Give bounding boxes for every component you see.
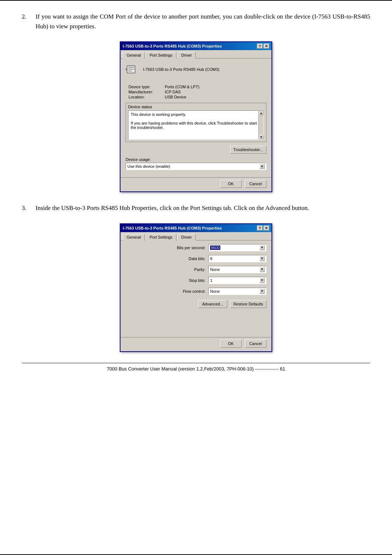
- step2-text: If you want to assign the COM Port of th…: [36, 12, 370, 31]
- dialog2-tab-driver[interactable]: Driver: [177, 234, 196, 240]
- flow-control-value: None: [210, 289, 220, 293]
- bits-per-second-value: 9600: [210, 246, 220, 250]
- flow-control-arrow[interactable]: ▼: [260, 289, 265, 294]
- data-bits-arrow[interactable]: ▼: [260, 256, 265, 261]
- step2-number: 2.: [22, 12, 32, 31]
- step3-text: Inside the USB-to-3 Ports RS485 Hub Prop…: [36, 203, 309, 213]
- dialog1-device-usage-label: Device usage:: [126, 157, 266, 162]
- svg-rect-2: [128, 69, 134, 70]
- step3-number: 3.: [22, 203, 32, 213]
- dialog1-footer: OK Cancel: [121, 177, 271, 191]
- dialog2: I-7563 USB-to-3 Ports RS485 Hub (COM3) P…: [120, 223, 272, 352]
- svg-rect-3: [128, 70, 132, 72]
- dialog1-location-label: Location:: [128, 95, 165, 99]
- parity-select[interactable]: None ▼: [208, 266, 266, 273]
- dialog1-manufacturer-row: Manufacturer: ICP DAS: [128, 90, 266, 94]
- dialog1-device-header: I-7563 USB-to-3 Ports RS485 Hub (COM3): [126, 63, 266, 80]
- device-icon: [126, 63, 139, 76]
- parity-row: Parity: None ▼: [126, 266, 266, 273]
- troubleshooter-button[interactable]: Troubleshooter...: [230, 146, 266, 154]
- page: 2. If you want to assign the COM Port of…: [0, 0, 392, 555]
- dialog1-device-type-value: Ports (COM & LPT): [165, 85, 199, 89]
- parity-label: Parity:: [166, 267, 205, 272]
- dialog1-cancel-button[interactable]: Cancel: [245, 180, 266, 188]
- dialog2-tabs: General Port Settings Driver: [121, 232, 271, 240]
- flow-control-select[interactable]: None ▼: [208, 288, 266, 295]
- stop-bits-select[interactable]: 1 ▼: [208, 277, 266, 284]
- dialog1-tab-port-settings[interactable]: Port Settings: [146, 52, 176, 58]
- svg-rect-1: [128, 67, 134, 68]
- scrollbar-up-arrow[interactable]: ▲: [259, 111, 264, 115]
- data-bits-select[interactable]: 8 ▼: [208, 255, 266, 262]
- dialog2-titlebar: I-7563 USB-to-3 Ports RS485 Hub (COM3) P…: [121, 224, 271, 232]
- dialog1-tab-driver[interactable]: Driver: [177, 52, 196, 58]
- dialog2-body: Bits per second: 9600 ▼ Data bits: 8 ▼: [121, 240, 271, 337]
- data-bits-value: 8: [210, 256, 212, 261]
- dialog1-manufacturer-value: ICP DAS: [165, 90, 181, 94]
- dialog1-titlebar: I-7563 USB-to-3 Ports RS485 Hub (COM3) P…: [121, 42, 271, 50]
- step2-container: 2. If you want to assign the COM Port of…: [22, 12, 370, 31]
- parity-arrow[interactable]: ▼: [260, 267, 265, 272]
- troubleshooter-row: Troubleshooter...: [126, 146, 266, 154]
- dialog2-container: I-7563 USB-to-3 Ports RS485 Hub (COM3) P…: [22, 223, 370, 352]
- dialog2-close-button[interactable]: ✕: [264, 226, 269, 231]
- dialog1-status-line2: If you are having problems with this dev…: [131, 121, 257, 130]
- dialog2-help-button[interactable]: ?: [257, 226, 263, 231]
- bits-per-second-arrow[interactable]: ▼: [260, 245, 265, 250]
- dialog1-ok-button[interactable]: OK: [220, 180, 242, 188]
- dialog1-manufacturer-label: Manufacturer:: [128, 90, 165, 94]
- dialog1-device-usage-select[interactable]: Use this device (enable) ▼: [126, 163, 266, 170]
- dialog1-container: I-7563 USB-to-3 Ports RS485 Hub (COM3) P…: [22, 41, 370, 192]
- dialog1-location-value: USB Device: [165, 95, 186, 99]
- bits-per-second-select[interactable]: 9600 ▼: [208, 244, 266, 251]
- data-bits-label: Data bits:: [166, 256, 205, 261]
- dialog1-device-usage-value: Use this device (enable): [127, 164, 170, 169]
- dialog1-device-usage-section: Device usage: Use this device (enable) ▼: [126, 157, 266, 170]
- bits-per-second-label: Bits per second:: [166, 246, 205, 250]
- dialog1-device-type-label: Device type:: [128, 85, 165, 89]
- dialog1-info-table: Device type: Ports (COM & LPT) Manufactu…: [128, 85, 266, 99]
- step3-container: 3. Inside the USB-to-3 Ports RS485 Hub P…: [22, 203, 370, 213]
- dialog1-device-status-box: This device is working properly. If you …: [128, 110, 264, 139]
- dialog2-titlebar-buttons: ? ✕: [257, 226, 269, 231]
- dialog1-location-row: Location: USB Device: [128, 95, 266, 99]
- dialog1-status-scrollbar[interactable]: ▲ ▼: [258, 111, 264, 139]
- stop-bits-row: Stop bits: 1 ▼: [126, 277, 266, 284]
- dialog2-footer: OK Cancel: [121, 337, 271, 351]
- dialog1-body: I-7563 USB-to-3 Ports RS485 Hub (COM3) D…: [121, 58, 271, 177]
- stop-bits-arrow[interactable]: ▼: [260, 278, 265, 283]
- dialog1-title: I-7563 USB-to-3 Ports RS485 Hub (COM3) P…: [123, 44, 222, 48]
- dialog1-tab-general[interactable]: General: [123, 52, 145, 58]
- dialog2-tab-general[interactable]: General: [123, 234, 145, 240]
- dialog2-ok-button[interactable]: OK: [220, 340, 242, 348]
- bits-per-second-row: Bits per second: 9600 ▼: [126, 244, 266, 251]
- advanced-button[interactable]: Advanced...: [198, 300, 227, 308]
- dialog1: I-7563 USB-to-3 Ports RS485 Hub (COM3) P…: [120, 41, 272, 192]
- page-footer: 7000 Bus Converter User Manual (version …: [22, 363, 370, 372]
- dialog2-cancel-button[interactable]: Cancel: [245, 340, 266, 348]
- dialog1-device-status-label: Device status: [128, 105, 264, 109]
- stop-bits-value: 1: [210, 278, 212, 283]
- dialog2-tab-port-settings[interactable]: Port Settings: [146, 234, 176, 240]
- dialog2-title: I-7563 USB-to-3 Ports RS485 Hub (COM3) P…: [123, 226, 222, 230]
- dialog1-device-type-row: Device type: Ports (COM & LPT): [128, 85, 266, 89]
- dialog2-action-buttons: Advanced... Restore Defaults: [126, 300, 266, 308]
- spacer: [126, 312, 266, 333]
- dialog1-device-name: I-7563 USB-to-3 Ports RS485 Hub (COM3): [143, 67, 219, 72]
- flow-control-label: Flow control:: [166, 289, 205, 293]
- dialog1-titlebar-buttons: ? ✕: [257, 44, 269, 49]
- parity-value: None: [210, 267, 220, 272]
- restore-defaults-button[interactable]: Restore Defaults: [230, 300, 266, 308]
- dialog1-tabs: General Port Settings Driver: [121, 50, 271, 58]
- data-bits-row: Data bits: 8 ▼: [126, 255, 266, 262]
- stop-bits-label: Stop bits:: [166, 278, 205, 283]
- flow-control-row: Flow control: None ▼: [126, 288, 266, 295]
- dialog1-select-arrow[interactable]: ▼: [260, 164, 265, 169]
- dialog1-close-button[interactable]: ✕: [264, 44, 269, 49]
- scrollbar-down-arrow[interactable]: ▼: [259, 135, 264, 139]
- dialog1-device-status-group: Device status This device is working pro…: [126, 103, 266, 142]
- dialog1-status-line1: This device is working properly.: [131, 112, 186, 117]
- dialog1-help-button[interactable]: ?: [257, 44, 263, 49]
